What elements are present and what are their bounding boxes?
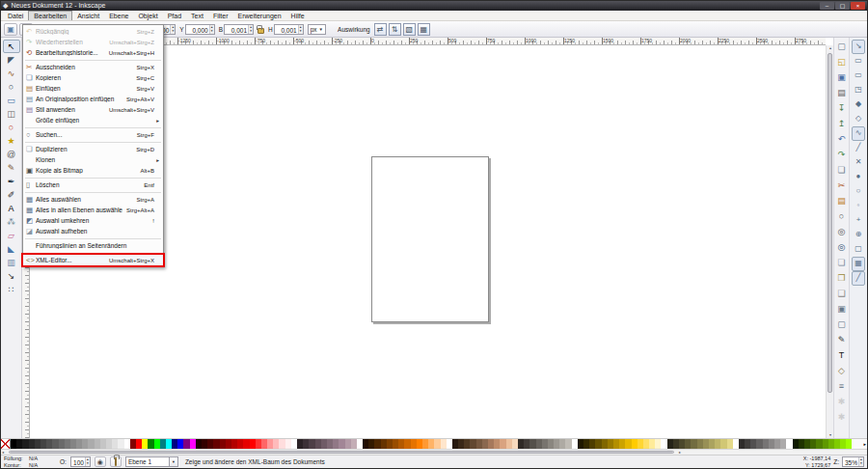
menu-erweiterungen[interactable]: Erweiterungen — [232, 11, 285, 20]
snap-object-centers-toggle[interactable]: + — [852, 213, 865, 228]
zoom-drawing-button[interactable]: ◎ — [835, 225, 849, 240]
duplicate-button[interactable]: ❏ — [835, 256, 849, 271]
copy-button[interactable]: ❏ — [835, 163, 849, 179]
palette-swatch[interactable] — [846, 439, 852, 449]
box3d-tool[interactable]: ◫ — [3, 107, 20, 121]
menu-item[interactable]: Klonen ▸ — [23, 154, 163, 165]
height-input[interactable]: 0,001▴▾ — [274, 24, 304, 35]
menu-item[interactable]: ✂ Ausschneiden Strg+X — [23, 62, 163, 72]
minimize-button[interactable]: – — [820, 2, 834, 10]
connector-tool[interactable]: ∷ — [3, 283, 20, 296]
affect-gradient-button[interactable]: ▦ — [418, 23, 430, 36]
tweak-tool[interactable]: ∿ — [3, 67, 20, 80]
save-document-button[interactable]: ▣ — [835, 70, 849, 86]
menu-item[interactable]: Größe einfügen ▸ — [23, 115, 163, 125]
no-color-swatch[interactable] — [1, 439, 11, 449]
opacity-input[interactable]: 100▴▾ — [70, 456, 91, 467]
export-image-button[interactable]: ↥ — [835, 117, 849, 132]
gradient-tool[interactable]: ▥ — [3, 256, 20, 269]
menu-filter[interactable]: Filter — [208, 11, 233, 20]
group-objects-button[interactable]: ▣ — [835, 302, 849, 317]
vertical-scroll-thumb[interactable] — [827, 53, 832, 393]
scroll-left-icon[interactable]: ◂ — [2, 450, 4, 455]
affect-scale-stroke-button[interactable]: ⇅ — [389, 23, 401, 36]
node-tool[interactable]: ◤ — [3, 53, 20, 67]
cut-button[interactable]: ✂ — [835, 179, 849, 194]
aspect-lock-icon[interactable] — [258, 28, 264, 34]
selection-toolbar-button-1[interactable]: ▣ — [4, 23, 17, 36]
menu-item[interactable]: ▤ Einfügen Strg+V — [23, 83, 163, 94]
snap-rotation-centers-toggle[interactable]: ⊕ — [852, 228, 865, 242]
menu-item[interactable]: ▯ Löschen Entf — [23, 179, 163, 190]
menu-item[interactable]: ▤ An Originalposition einfügen Strg+Alt+… — [23, 94, 163, 104]
snap-guides-toggle[interactable]: ╱ — [852, 271, 865, 286]
snap-cusp-nodes-toggle[interactable]: ● — [852, 170, 865, 184]
select-tool[interactable]: ↖ — [3, 40, 20, 53]
unlink-clone-button[interactable]: ❑ — [835, 287, 849, 302]
redo-button[interactable]: ↷ — [835, 148, 849, 163]
document-properties-button[interactable]: ✱ — [835, 410, 849, 426]
menu-item[interactable]: ▦ Alles in allen Ebenen auswählen Strg+A… — [23, 205, 163, 215]
layer-lock-toggle[interactable] — [110, 456, 122, 467]
star-tool[interactable]: ★ — [3, 134, 20, 148]
menu-item[interactable]: ↶ Rückgängig Strg+Z — [23, 26, 163, 37]
enable-snapping-toggle[interactable]: ↘ — [852, 40, 865, 54]
eraser-tool[interactable]: ▱ — [3, 229, 20, 242]
zoom-tool[interactable]: ○ — [3, 80, 20, 94]
ungroup-objects-button[interactable]: ▢ — [835, 317, 849, 333]
vertical-scrollbar[interactable]: ▴ ▾ — [826, 45, 833, 438]
menu-item[interactable]: ◩ Auswahl umkehren ! — [23, 215, 163, 226]
new-document-button[interactable]: ▢ — [835, 40, 849, 55]
snap-smooth-nodes-toggle[interactable]: ○ — [852, 184, 865, 199]
layer-selector[interactable]: Ebene 1 ▾ — [125, 456, 178, 467]
maximize-button[interactable]: ▢ — [835, 2, 850, 10]
snap-path-intersections-toggle[interactable]: ✕ — [852, 155, 865, 170]
affect-corners-button[interactable]: ▧ — [403, 23, 416, 36]
text-tool[interactable]: A — [3, 202, 20, 215]
snap-bbox-edges-toggle[interactable]: ▭ — [852, 69, 865, 83]
menu-objekt[interactable]: Objekt — [133, 11, 162, 20]
snap-bbox-toggle[interactable]: ▭ — [852, 54, 865, 69]
menu-ebene[interactable]: Ebene — [104, 11, 133, 20]
menu-pfad[interactable]: Pfad — [163, 11, 186, 20]
menu-item[interactable]: ▤ Stil anwenden Umschalt+Strg+V — [23, 104, 163, 115]
menu-item[interactable]: ❏ Kopieren Strg+C — [23, 72, 163, 83]
menu-item[interactable]: ◪ Auswahl aufheben — [23, 226, 163, 236]
width-input[interactable]: 0,001▴▾ — [224, 24, 254, 35]
menu-ansicht[interactable]: Ansicht — [72, 11, 104, 20]
spiral-tool[interactable]: @ — [3, 148, 20, 161]
dropper-tool[interactable]: ↘ — [3, 269, 20, 283]
horizontal-scroll-thumb[interactable] — [9, 451, 674, 454]
snap-paths-toggle[interactable]: ╱ — [852, 141, 865, 155]
close-button[interactable]: × — [851, 2, 865, 10]
print-document-button[interactable]: ▤ — [835, 86, 849, 101]
snap-line-midpoints-toggle[interactable]: ◦ — [852, 199, 865, 213]
menu-item[interactable]: ❏ Duplizieren Strg+D — [23, 144, 163, 154]
snap-page-border-toggle[interactable]: ▢ — [852, 242, 865, 257]
menu-item[interactable]: <> XML-Editor... Umschalt+Strg+X — [23, 255, 163, 265]
menu-item[interactable]: ⟲ Bearbeitungshistorie... Umschalt+Strg+… — [23, 47, 163, 58]
snap-grids-toggle[interactable]: ▦ — [852, 257, 865, 271]
menu-bearbeiten[interactable]: Bearbeiten — [28, 11, 72, 20]
affect-move-button[interactable]: ⇄ — [374, 23, 387, 36]
zoom-input[interactable]: 35%▴▾ — [842, 456, 864, 467]
menu-item[interactable]: Führungslinien an Seitenrändern — [23, 240, 163, 251]
snap-bbox-corners-toggle[interactable]: ◳ — [852, 83, 865, 97]
layer-visibility-toggle[interactable]: ◉ — [95, 456, 106, 467]
align-dialog-button[interactable]: ≡ — [835, 379, 849, 395]
zoom-selection-button[interactable]: ○ — [835, 209, 849, 225]
unit-select[interactable]: px▼ — [308, 24, 326, 35]
bucket-tool[interactable]: ◣ — [3, 242, 20, 256]
create-clone-button[interactable]: ❐ — [835, 271, 849, 287]
scroll-right-icon[interactable]: ▸ — [679, 450, 681, 455]
layer-dropdown-icon[interactable]: ▾ — [170, 456, 178, 467]
import-image-button[interactable]: ↧ — [835, 101, 849, 117]
rect-tool[interactable]: ▭ — [3, 94, 20, 107]
horizontal-scrollbar[interactable]: ◂ ▸ — [1, 449, 867, 455]
paste-button[interactable]: ▤ — [835, 194, 849, 209]
titlebar[interactable]: ◆ Neues Dokument 12 - Inkscape – ▢ × — [1, 1, 867, 11]
fill-stroke-indicator[interactable]: Füllung:N/A Kontur:N/A — [4, 455, 56, 468]
zoom-page-button[interactable]: ◎ — [835, 240, 849, 256]
snap-bbox-edge-midpoints-toggle[interactable]: ◆ — [852, 97, 865, 112]
pencil-tool[interactable]: ✎ — [3, 161, 20, 175]
